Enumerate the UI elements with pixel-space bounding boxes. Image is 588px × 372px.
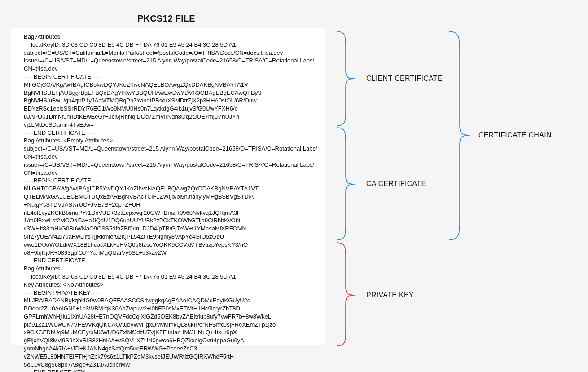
text-line: -----BEGIN PRIVATE KEY----- (24, 289, 318, 297)
brace-private-key (337, 243, 355, 346)
text-line: issuer=/C=USA/ST=MD/L=Queenstown/street=… (24, 161, 318, 177)
brace-ca-cert (337, 128, 355, 240)
text-line: Bag Attributes (24, 265, 318, 273)
brace-client-cert (337, 31, 355, 126)
text-line: v3WHIt83mHkG0BuWNaO9CSS5dfnZBf0/mLDJD4/p… (24, 225, 318, 233)
label-private-key: PRIVATE KEY (366, 291, 414, 299)
text-line: pla91Za1WCwOK7VFEvVKqQKCAQA0byWvPgxDMyMm… (24, 321, 318, 329)
brace-cert-chain (449, 31, 470, 240)
text-line: Bag Attributes (24, 33, 318, 41)
text-line: localKeyID: 3D 03 CD C0 8D E5 4C DB F7 D… (24, 273, 318, 281)
text-line: subject=/C=USA/ST=MD/L=Queenstown/street… (24, 145, 318, 161)
text-line: 5oC0yC8g568pb7A8lge+Z31uAJcbbrMw (24, 361, 318, 369)
text-line: -----BEGIN CERTIFICATE----- (24, 177, 318, 185)
text-line: -----END CERTIFICATE----- (24, 257, 318, 265)
text-line: localKeyID: 3D 03 CD C0 8D E5 4C DB F7 D… (24, 41, 318, 49)
label-ca-cert: CA CERTIFICATE (366, 180, 426, 188)
text-line: issuer=/C=USA/ST=MD/L=Queenstown/street=… (24, 57, 318, 73)
text-line: Key Attributes: <No Attributes> (24, 281, 318, 289)
text-line: -----END CERTIFICATE----- (24, 129, 318, 137)
page-title: PKCS12 FILE (137, 13, 195, 24)
text-line: uJAPO01DmNfJmIDtKEwEeGrHJcl5jRhNqjDOd7Zm… (24, 113, 318, 121)
text-line: BgNVHS/uBwL/gb4qtrP1yJAcMZMQBqPh7YandtPB… (24, 97, 318, 105)
text-line: owo1DUoWOLd/WX18B1hcoJXLkFzHVQ0q8tzsoYoQ… (24, 241, 318, 249)
text-line: MIIJRAIBADANBgkqhkiG9w0BAQEFAASCCS4wggkq… (24, 297, 318, 305)
text-line: QTELMAkGA1UECBMCTUQxEzARBgNVBAcTClF1ZWtj… (24, 193, 318, 201)
text-line: MIIGCjCCA/KgAwIBAgICB5kwDQYJKoZIhvcNAQEL… (24, 81, 318, 89)
text-line: x9GKGFDbUq9MuMCEy/pMXWUD6ZxlMfJdzU7VjKFF… (24, 328, 318, 337)
text-line: GPFLmhWhHjilu1IXnUA28t+E7nOQVFdcCqiXiGZd… (24, 313, 318, 321)
pkcs12-file-contents: Bag Attributes localKeyID: 3D 03 CD C0 8… (11, 28, 325, 345)
text-line: EDYzRSc1eblsSSrRDYi76EO1Wo9NMU0Hs0n7Lq/t… (24, 105, 318, 113)
diagram-canvas: PKCS12 FILE Bag Attributes localKeyID: 3… (0, 0, 588, 372)
text-line: vj1LMtDoSDamm4TvEJw= (24, 121, 318, 129)
text-line: POdbr2ZU0AoIGN6+1p3WBMIqK36AoZwpkw2+i0hF… (24, 305, 318, 313)
label-client-cert: CLIENT CERTIFICATE (366, 75, 443, 83)
text-line: gFtjxhVQI8Mvj9S9hXxRIS82HnlA/t+vSQVLXZUN… (24, 337, 318, 345)
text-line: nL4of1yy2KCkBfxmuPYr1DxVUD+3ztEcpxwgi20G… (24, 209, 318, 217)
text-line: vZNWE5L80HNTEIFTl+jhZpk79s6z1LTlkPZeM3kv… (24, 353, 318, 361)
text-line: -----END PRIVATE KEY----- (24, 368, 318, 372)
text-line: o8F9bjNjJR+0893gplOJYYanMgQlJarVy6SL+53k… (24, 249, 318, 257)
text-line: subject=/C=US/ST=California/L=Menlo Park… (24, 49, 318, 57)
text-line: 1/m0lBxwLct2MOObi5a+oJiQdU1DQ6upUUYUBk2z… (24, 217, 318, 225)
text-line: Bag Attributes: <Empty Attributes> (24, 137, 318, 145)
text-line: BgNVHSUEFjAUBggrBgEFBQcDAgYIKwYBBQUHAwEw… (24, 89, 318, 97)
text-line: -----BEGIN CERTIFICATE----- (24, 73, 318, 81)
text-line: ynmNhgnA4k7iA+/JD+KJANN4gzSatQrb5uqERWWG… (24, 345, 318, 353)
label-cert-chain: CERTIFICATE CHAIN (478, 131, 552, 139)
text-line: MIIGHTCCBAWgAwIBAgICB5YwDQYJKoZIhvcNAQEL… (24, 185, 318, 193)
text-line: 5IfZ7yUEAr4Zl7uaRwLilfsTjjRkmief52KjPL54… (24, 233, 318, 241)
text-line: +NulgYsSTDVJAStvrUC+JVE7S+20p7ZFUH (24, 201, 318, 209)
